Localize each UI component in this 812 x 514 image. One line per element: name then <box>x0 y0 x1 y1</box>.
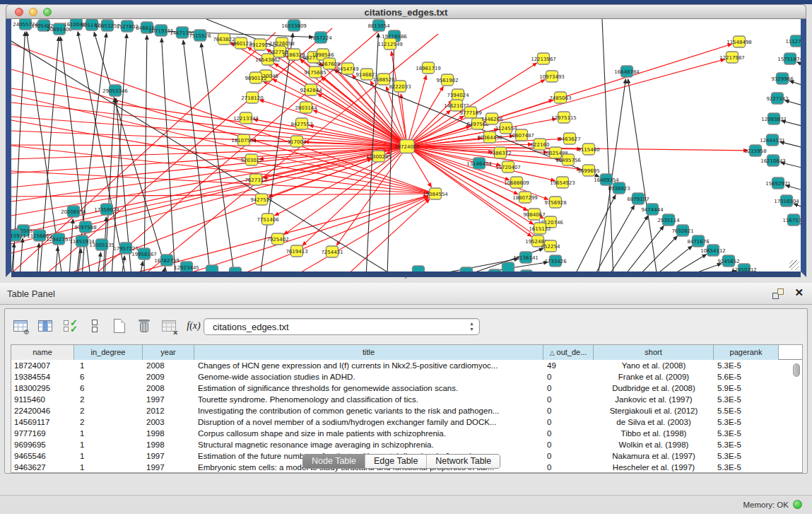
graph-node[interactable] <box>550 147 562 158</box>
table-row[interactable]: 911546021997Tourette syndrome. Phenomeno… <box>11 394 802 405</box>
graph-node[interactable] <box>495 147 507 158</box>
graph-edge[interactable] <box>574 195 616 271</box>
table-cell[interactable]: 0 <box>543 394 594 405</box>
graph-edge[interactable] <box>628 79 657 271</box>
network-canvas[interactable]: 2405572419054824206914061610040990514311… <box>11 19 801 271</box>
table-cell[interactable]: 1 <box>74 439 143 450</box>
graph-edge[interactable] <box>275 146 407 216</box>
table-cell[interactable]: Changes of HCN gene expression and I(f) … <box>194 360 543 371</box>
table-cell[interactable]: 9115460 <box>11 394 74 405</box>
table-row[interactable]: 1938455462009Genome-wide association stu… <box>11 371 802 382</box>
graph-node[interactable] <box>296 118 308 129</box>
table-cell[interactable]: 5.3E-5 <box>714 462 779 473</box>
table-cell[interactable]: 1997 <box>143 462 194 473</box>
graph-node[interactable] <box>423 62 435 74</box>
delete-column-icon[interactable] <box>136 317 153 334</box>
graph-node[interactable] <box>442 74 454 86</box>
graph-node[interactable] <box>452 89 464 100</box>
graph-node[interactable] <box>361 69 373 80</box>
graph-edge[interactable] <box>144 35 147 271</box>
table-cell[interactable]: 6 <box>74 371 143 382</box>
graph-node[interactable] <box>563 154 575 165</box>
graph-node[interactable] <box>451 100 463 111</box>
table-cell[interactable]: Tibbo et al. (1998) <box>594 428 714 439</box>
graph-node[interactable] <box>430 188 442 199</box>
graph-edge[interactable] <box>789 81 801 88</box>
table-cell[interactable]: 0 <box>543 405 594 416</box>
graph-node[interactable] <box>500 122 512 134</box>
graph-node[interactable] <box>300 102 312 113</box>
graph-edge[interactable] <box>785 100 801 107</box>
graph-node[interactable] <box>76 235 88 247</box>
table-row[interactable]: 1456911722003Disruption of a novel membe… <box>11 416 802 428</box>
graph-node[interactable] <box>777 73 789 84</box>
table-cell[interactable]: 18724007 <box>11 360 74 371</box>
graph-node[interactable] <box>54 23 66 35</box>
column-header-name[interactable]: name <box>11 345 74 360</box>
graph-node[interactable] <box>647 204 659 215</box>
float-panel-icon[interactable] <box>772 288 784 299</box>
table-cell[interactable]: 5.3E-5 <box>714 450 779 462</box>
graph-node[interactable] <box>632 193 645 204</box>
tab-edge-table[interactable]: Edge Table <box>365 455 427 468</box>
table-row[interactable]: 2242004622012Investigating the contribut… <box>11 405 802 416</box>
graph-node[interactable] <box>538 53 550 64</box>
graph-node[interactable] <box>342 63 354 74</box>
table-cell[interactable]: 0 <box>543 371 594 382</box>
table-cell[interactable]: 0 <box>543 462 594 473</box>
graph-node[interactable] <box>784 53 796 64</box>
table-cell[interactable]: 1997 <box>143 450 194 462</box>
graph-edge[interactable] <box>92 28 382 271</box>
graph-node[interactable] <box>601 174 613 185</box>
create-column-icon[interactable] <box>111 317 128 334</box>
graph-edge[interactable] <box>177 196 428 271</box>
graph-node[interactable] <box>86 19 98 30</box>
table-cell[interactable]: de Silva et al. (2003) <box>594 416 714 428</box>
graph-edge[interactable] <box>20 238 23 271</box>
graph-edge[interactable] <box>55 247 58 271</box>
graph-node[interactable] <box>767 155 779 166</box>
graph-node[interactable] <box>465 107 477 118</box>
table-cell[interactable]: 5.3E-5 <box>714 360 779 371</box>
graph-edge[interactable] <box>797 62 801 68</box>
table-row[interactable]: 977716911998Corpus callosum shape and si… <box>11 428 802 439</box>
table-cell[interactable]: 2 <box>74 394 143 405</box>
table-cell[interactable]: 2009 <box>143 371 194 382</box>
table-cell[interactable]: 2012 <box>143 405 194 416</box>
table-cell[interactable]: Structural magnetic resonance image aver… <box>194 439 543 450</box>
graph-node[interactable] <box>230 267 242 271</box>
table-cell[interactable]: 1997 <box>143 394 194 405</box>
graph-node[interactable] <box>373 20 385 31</box>
graph-node[interactable] <box>238 134 250 146</box>
graph-edge[interactable] <box>266 49 407 146</box>
table-cell[interactable]: 1998 <box>143 439 194 450</box>
graph-node[interactable] <box>250 174 262 185</box>
graph-node[interactable] <box>400 140 414 153</box>
graph-node[interactable] <box>484 132 496 143</box>
graph-node[interactable] <box>726 52 739 63</box>
graph-node[interactable] <box>534 139 546 150</box>
graph-edge[interactable] <box>37 243 39 271</box>
table-cell[interactable]: Disruption of a novel member of a sodium… <box>194 416 543 428</box>
graph-edge[interactable] <box>700 271 736 271</box>
graph-node[interactable] <box>707 245 719 256</box>
graph-node[interactable] <box>218 33 230 45</box>
table-cell[interactable]: Corpus callosum shape and size in male p… <box>194 428 543 439</box>
graph-node[interactable] <box>181 262 193 271</box>
show-columns-icon[interactable] <box>37 317 54 334</box>
graph-node[interactable] <box>546 71 558 82</box>
table-cell[interactable]: Nakamura et al. (1997) <box>594 450 714 462</box>
graph-node[interactable] <box>122 21 134 32</box>
graph-node[interactable] <box>693 235 705 247</box>
graph-edge[interactable] <box>293 198 429 271</box>
table-source-select[interactable]: citations_edges.txt ▲▼ <box>204 318 480 335</box>
graph-node[interactable] <box>534 223 546 234</box>
graph-node[interactable] <box>71 19 83 30</box>
graph-node[interactable] <box>254 39 266 50</box>
table-cell[interactable]: 18300295 <box>11 382 74 394</box>
graph-node[interactable] <box>519 192 531 203</box>
table-scrollbar-thumb[interactable] <box>793 363 800 377</box>
graph-node[interactable] <box>772 177 784 189</box>
column-header-pagerank[interactable]: pagerank <box>714 345 779 360</box>
graph-node[interactable] <box>272 233 284 245</box>
